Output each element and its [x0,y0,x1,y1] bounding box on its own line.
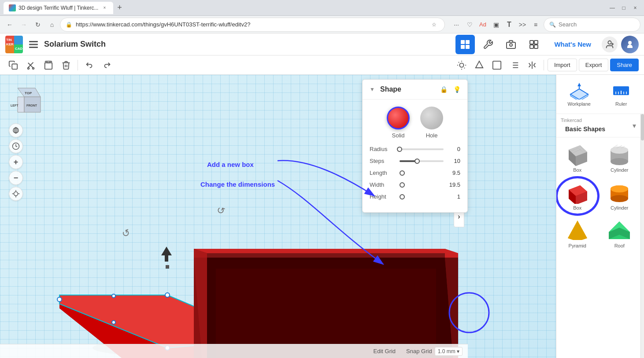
shape-item-box-red[interactable]: Box [556,177,599,215]
delete-button[interactable] [58,57,74,73]
tab-close-button[interactable]: × [101,4,108,11]
svg-rect-19 [530,45,533,48]
orbit-button[interactable] [9,123,23,137]
snap-grid-label: Snap Grid [406,348,432,354]
hamburger-menu[interactable]: ≡ [529,18,542,31]
export-button[interactable]: Export [579,59,609,71]
new-tab-button[interactable]: + [113,2,126,14]
shape-help-icon[interactable]: 💡 [452,84,462,95]
font-icon[interactable]: T [503,18,515,31]
paste-button[interactable] [41,57,56,73]
snap-dropdown[interactable]: 1.0 mm ▾ [435,347,463,356]
search-input[interactable] [559,21,620,28]
length-dot[interactable] [400,170,405,176]
hole-label: Hole [426,132,438,139]
adblocker-icon[interactable]: Ad [477,18,489,31]
shape-panel: ▼ Shape 🔒 💡 Solid Hole [362,79,468,213]
shape-tool-button[interactable] [471,57,487,73]
shape-item-cylinder-gray[interactable]: Cylinder [599,139,641,177]
light-view-button[interactable] [454,57,470,73]
edit-grid-button[interactable]: Edit Grid [370,347,400,355]
shape-panel-toggle[interactable]: ▼ [368,85,377,94]
extensions-icon[interactable]: >> [516,18,529,31]
rotate-button[interactable] [9,139,23,153]
redo-button[interactable] [99,57,115,73]
search-icon: 🔍 [549,22,556,28]
maximize-button[interactable]: □ [618,4,629,12]
width-input-container [400,182,444,188]
svg-point-29 [459,63,463,67]
app-menu-button[interactable] [26,37,41,52]
undo-button[interactable] [81,57,97,73]
solid-option[interactable]: Solid [387,107,410,139]
tools-button[interactable] [478,35,498,54]
ruler-tool[interactable]: Ruler [602,78,641,110]
solid-label: Solid [392,132,405,139]
forward-button[interactable]: → [18,18,30,31]
back-button[interactable]: ← [4,18,16,31]
shape-item-pyramid[interactable]: Pyramid [556,215,599,253]
steps-slider[interactable] [400,160,444,162]
address-bar[interactable]: 🔒 https://www.tinkercad.com/things/gvH6U… [60,18,445,32]
tab-title: 3D design Terrific Wluff | Tinkerc... [19,5,98,11]
shape-thumbnail-box-red [564,181,591,203]
svg-rect-18 [534,45,538,48]
svg-point-111 [611,147,628,154]
category-dropdown-icon[interactable]: ▾ [633,122,636,130]
browser-tab[interactable]: 3D design Terrific Wluff | Tinkerc... × [4,2,113,14]
import-button[interactable]: Import [548,59,577,71]
shape-item-cylinder-orange[interactable]: Cylinder [599,177,641,215]
refresh-button[interactable]: ↻ [32,18,44,31]
shape-thumbnail-box-gray [564,144,591,166]
shape-lock-icon[interactable]: 🔒 [438,84,449,95]
share-button[interactable]: Share [610,59,639,71]
search-box[interactable]: 🔍 [544,18,640,32]
svg-rect-28 [45,63,52,69]
width-property: Width 19.5 [370,181,460,188]
view-cube[interactable]: TOP LEFT FRONT [9,84,44,119]
account-button[interactable] [621,36,639,53]
cut-button[interactable] [23,57,39,73]
shape-item-box-gray[interactable]: Box [556,139,599,177]
close-button[interactable]: × [630,4,640,12]
sidebar-scrollbar[interactable] [640,114,644,358]
mirror-button[interactable] [524,57,540,73]
scrollbar-thumb[interactable] [641,114,644,140]
fit-view-button[interactable] [9,187,23,201]
camera-button[interactable] [501,35,521,54]
steps-slider-container [400,160,444,162]
svg-text:↺: ↺ [215,204,226,217]
group-button[interactable] [524,35,544,54]
shape-label-cylinder-orange: Cylinder [611,205,628,210]
bookmark-icon[interactable]: ☆ [429,19,439,30]
hole-circle [420,107,443,129]
reading-list-icon[interactable]: ♡ [463,18,476,31]
zoom-in-button[interactable]: + [9,155,23,169]
shape-thumbnail-roof [606,219,633,241]
shapes-library[interactable]: Tinkercad Basic Shapes ▾ [556,114,640,358]
add-user-button[interactable] [602,37,618,52]
radius-slider[interactable] [400,148,444,150]
svg-rect-13 [466,45,470,49]
hole-option[interactable]: Hole [420,107,443,139]
more-options-button[interactable]: ··· [450,18,463,31]
copy-button[interactable] [5,57,21,73]
viewport-button[interactable] [489,57,505,73]
whats-new-button[interactable]: What's New [547,37,598,52]
align-button[interactable] [507,57,522,73]
zoom-out-button[interactable]: − [9,171,23,185]
minimize-button[interactable]: — [607,4,618,12]
canvas-area[interactable]: ↺ ↺ ↻ [0,75,556,358]
height-value: 1 [447,193,460,200]
width-dot[interactable] [400,182,405,188]
shape-item-roof[interactable]: Roof [599,215,641,253]
grid-view-button[interactable] [455,35,475,54]
workplane-tool[interactable]: Workplane [560,78,599,110]
shape-thumbnail-cylinder-gray [606,144,633,166]
home-button[interactable]: ⌂ [46,18,58,31]
right-sidebar: Workplane Ruler [556,75,644,358]
reader-view-icon[interactable]: ▣ [490,18,502,31]
category-provider: Tinkercad [561,118,610,123]
svg-point-20 [608,41,611,44]
height-dot[interactable] [400,194,405,199]
